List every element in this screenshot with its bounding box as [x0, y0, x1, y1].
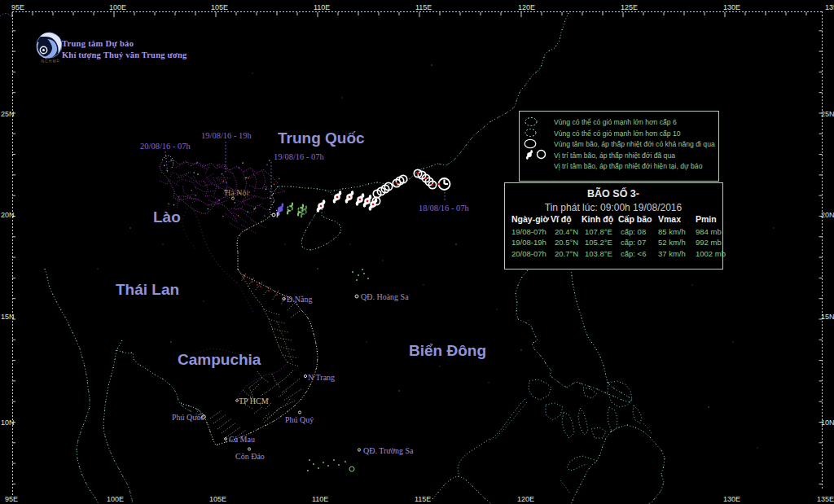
svg-text:120E: 120E — [517, 495, 534, 503]
svg-text:QĐ. Trường Sa: QĐ. Trường Sa — [363, 446, 414, 455]
svg-text:105.2°E: 105.2°E — [585, 238, 612, 247]
svg-text:Vĩ độ: Vĩ độ — [551, 214, 572, 225]
svg-text:100E: 100E — [107, 495, 124, 503]
svg-text:Khí tượng Thuỷ văn Trung ương: Khí tượng Thuỷ văn Trung ương — [62, 50, 187, 59]
svg-text:cấp: 08: cấp: 08 — [621, 227, 646, 236]
svg-text:25N: 25N — [821, 110, 834, 118]
svg-text:25N: 25N — [1, 110, 15, 118]
svg-text:20N: 20N — [821, 211, 834, 219]
svg-text:cấp: <6: cấp: <6 — [621, 249, 646, 258]
svg-text:Cấp bão: Cấp bão — [618, 214, 652, 224]
svg-text:1002 mb: 1002 mb — [696, 249, 726, 258]
svg-text:103.8°E: 103.8°E — [585, 249, 612, 258]
svg-text:N Trang: N Trang — [308, 373, 335, 382]
svg-text:Vị trí tâm bão, áp thấp nhiệt: Vị trí tâm bão, áp thấp nhiệt đới hiện t… — [554, 162, 703, 170]
svg-text:20N: 20N — [1, 211, 15, 219]
svg-text:110E: 110E — [312, 495, 328, 503]
svg-text:20.5°N: 20.5°N — [555, 238, 578, 247]
svg-text:52 km/h: 52 km/h — [658, 238, 686, 247]
svg-text:135E: 135E — [825, 3, 834, 11]
svg-text:10N: 10N — [821, 419, 834, 427]
svg-text:984 mb: 984 mb — [696, 227, 722, 236]
svg-text:Lào: Lào — [153, 208, 181, 226]
svg-text:Biển Đông: Biển Đông — [409, 342, 486, 359]
svg-text:Vùng có thể có gió mạnh lớn hơ: Vùng có thể có gió mạnh lớn hơn cấp 6 — [554, 118, 677, 126]
svg-text:Phú Quốc: Phú Quốc — [172, 413, 204, 422]
svg-text:107.8°E: 107.8°E — [585, 227, 612, 236]
svg-text:BÃO SỐ 3-: BÃO SỐ 3- — [587, 187, 639, 199]
svg-text:85 km/h: 85 km/h — [658, 227, 686, 236]
svg-text:Côn Đảo: Côn Đảo — [235, 452, 265, 461]
svg-text:95E: 95E — [11, 3, 24, 11]
svg-text:10N: 10N — [1, 419, 15, 427]
svg-text:115E: 115E — [415, 3, 432, 11]
svg-text:115E: 115E — [415, 495, 431, 503]
svg-text:15N: 15N — [1, 313, 15, 321]
svg-text:QĐ. Hoàng Sa: QĐ. Hoàng Sa — [361, 292, 409, 301]
svg-text:125E: 125E — [621, 3, 638, 11]
svg-text:Vị trí tâm bão, áp thấp nhiệt: Vị trí tâm bão, áp thấp nhiệt đới đã qua — [554, 151, 675, 160]
svg-text:20/08/16 - 07h: 20/08/16 - 07h — [140, 142, 191, 151]
svg-text:120E: 120E — [518, 3, 535, 11]
svg-text:Tin phát lúc: 09:00h 19/08/201: Tin phát lúc: 09:00h 19/08/2016 — [545, 202, 683, 213]
svg-text:Hà Nội: Hà Nội — [225, 188, 248, 197]
svg-text:100E: 100E — [109, 3, 126, 11]
svg-text:19/08-07h: 19/08-07h — [511, 227, 546, 236]
svg-text:Trung tâm Dự báo: Trung tâm Dự báo — [62, 39, 134, 48]
svg-text:105E: 105E — [211, 3, 228, 11]
svg-text:19/08/16 - 07h: 19/08/16 - 07h — [274, 152, 325, 161]
svg-text:cấp: 07: cấp: 07 — [621, 238, 646, 247]
svg-text:Pmin: Pmin — [696, 214, 717, 224]
svg-text:15N: 15N — [821, 313, 834, 321]
svg-text:130E: 130E — [723, 495, 740, 503]
svg-text:Phú Quý: Phú Quý — [285, 415, 314, 424]
svg-text:Vùng có thể có gió mạnh lớn hơ: Vùng có thể có gió mạnh lớn hơn cấp 10 — [554, 129, 681, 138]
svg-text:20.7°N: 20.7°N — [555, 249, 578, 258]
svg-text:TP HCM: TP HCM — [239, 397, 269, 405]
svg-text:110E: 110E — [314, 3, 330, 11]
svg-text:20.4°N: 20.4°N — [555, 227, 578, 236]
svg-text:P: P — [276, 212, 280, 219]
svg-text:95E: 95E — [5, 495, 18, 503]
svg-text:37 km/h: 37 km/h — [658, 249, 686, 258]
svg-text:Đ.Nẵng: Đ.Nẵng — [287, 295, 312, 304]
svg-text:130E: 130E — [723, 3, 740, 11]
svg-text:Thái Lan: Thái Lan — [116, 281, 179, 298]
svg-text:18/08/16 - 07h: 18/08/16 - 07h — [419, 204, 470, 213]
svg-text:·N·C·H·M·F·: ·N·C·H·M·F· — [40, 59, 60, 64]
svg-text:105E: 105E — [209, 495, 226, 503]
svg-text:19/08-19h: 19/08-19h — [511, 238, 546, 247]
svg-text:Cà Mau: Cà Mau — [229, 435, 255, 444]
svg-text:Vùng tâm bão, áp thấp nhiệt đớ: Vùng tâm bão, áp thấp nhiệt đới có khả n… — [554, 140, 715, 148]
svg-text:20/08-07h: 20/08-07h — [511, 249, 546, 258]
svg-text:Ngày-giờ: Ngày-giờ — [511, 214, 550, 224]
svg-text:Kinh độ: Kinh độ — [582, 214, 613, 225]
svg-text:Campuchia: Campuchia — [178, 351, 261, 368]
svg-text:Trung Quốc: Trung Quốc — [278, 129, 365, 147]
svg-text:19/08/16 - 19h: 19/08/16 - 19h — [201, 131, 252, 140]
svg-text:135E: 135E — [817, 495, 834, 503]
svg-text:992 mb: 992 mb — [696, 238, 722, 247]
svg-text:Vmax: Vmax — [658, 214, 681, 224]
